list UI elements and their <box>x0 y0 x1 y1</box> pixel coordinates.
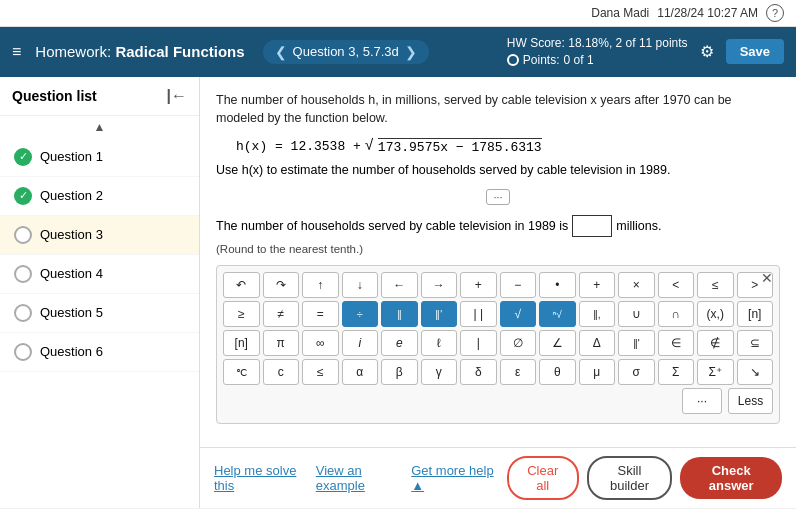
key-left[interactable]: ← <box>381 272 418 298</box>
sidebar-list: ✓ Question 1 ✓ Question 2 Question 3 Que… <box>0 138 199 508</box>
key-neq[interactable]: ≠ <box>263 301 300 327</box>
key-e[interactable]: e <box>381 330 418 356</box>
key-angle[interactable]: ∠ <box>539 330 576 356</box>
sidebar-item-question4[interactable]: Question 4 <box>0 255 199 294</box>
header-title: Homework: Radical Functions <box>35 43 244 60</box>
key-right[interactable]: → <box>421 272 458 298</box>
key-frac[interactable]: ÷ <box>342 301 379 327</box>
key-beta[interactable]: β <box>381 359 418 385</box>
key-elem[interactable]: ∈ <box>658 330 695 356</box>
settings-icon[interactable]: ⚙ <box>700 42 714 61</box>
key-arrow-diag[interactable]: ↘ <box>737 359 774 385</box>
key-sqrt[interactable]: √ <box>500 301 537 327</box>
status-icon-q3 <box>14 226 32 244</box>
key-times[interactable]: × <box>618 272 655 298</box>
key-i[interactable]: i <box>342 330 379 356</box>
key-celsius[interactable]: ℃ <box>223 359 260 385</box>
sidebar-item-label-q1: Question 1 <box>40 149 103 164</box>
math-keyboard: ✕ ↶ ↷ ↑ ↓ ← → + − • + × < ≤ > ≥ ≠ <box>216 265 780 424</box>
scroll-up-button[interactable]: ▲ <box>0 116 199 138</box>
key-infinity[interactable]: ∞ <box>302 330 339 356</box>
expand-button[interactable]: ··· <box>486 189 509 205</box>
status-icon-q5 <box>14 304 32 322</box>
key-eq[interactable]: = <box>302 301 339 327</box>
top-bar: Dana Madi 11/28/24 10:27 AM ? <box>0 0 796 27</box>
key-sigma[interactable]: σ <box>618 359 655 385</box>
key-bracket[interactable]: [n] <box>737 301 774 327</box>
key-down[interactable]: ↓ <box>342 272 379 298</box>
key-bracket2[interactable]: [n] <box>223 330 260 356</box>
formula: h(x) = 12.3538 + √ 173.9575x − 1785.6313 <box>236 138 780 155</box>
formula-prefix: h(x) = 12.3538 + <box>236 139 361 154</box>
keyboard-row-3: [n] π ∞ i e ℓ | ∅ ∠ Δ ‖' ∈ ∉ ⊆ <box>223 330 773 356</box>
bottom-actions: Clear all Skill builder Check answer <box>507 456 782 500</box>
key-paren[interactable]: (x,) <box>697 301 734 327</box>
key-abs[interactable]: | | <box>460 301 497 327</box>
answer-input-box[interactable] <box>572 215 612 237</box>
save-button[interactable]: Save <box>726 39 784 64</box>
key-plus2[interactable]: + <box>579 272 616 298</box>
more-help-link[interactable]: Get more help ▲ <box>411 463 495 493</box>
view-example-link[interactable]: View an example <box>316 463 399 493</box>
key-intersect[interactable]: ∩ <box>658 301 695 327</box>
key-sigma-plus[interactable]: Σ⁺ <box>697 359 734 385</box>
prev-question-button[interactable]: ❮ <box>275 44 287 60</box>
sidebar-item-question1[interactable]: ✓ Question 1 <box>0 138 199 177</box>
clear-all-button[interactable]: Clear all <box>507 456 579 500</box>
menu-icon[interactable]: ≡ <box>12 43 21 61</box>
key-undo[interactable]: ↶ <box>223 272 260 298</box>
main-layout: Question list |← ▲ ✓ Question 1 ✓ Questi… <box>0 77 796 508</box>
sidebar: Question list |← ▲ ✓ Question 1 ✓ Questi… <box>0 77 200 508</box>
key-theta[interactable]: θ <box>539 359 576 385</box>
key-c[interactable]: c <box>263 359 300 385</box>
key-pi[interactable]: π <box>263 330 300 356</box>
sidebar-item-question3[interactable]: Question 3 <box>0 216 199 255</box>
key-nthroot[interactable]: ⁿ√ <box>539 301 576 327</box>
key-subset[interactable]: ⊆ <box>737 330 774 356</box>
key-empty[interactable]: ∅ <box>500 330 537 356</box>
key-leq2[interactable]: ≤ <box>302 359 339 385</box>
key-minus[interactable]: − <box>500 272 537 298</box>
radical-sign: √ <box>365 138 374 155</box>
key-gamma[interactable]: γ <box>421 359 458 385</box>
key-ell[interactable]: ℓ <box>421 330 458 356</box>
key-epsilon[interactable]: ε <box>500 359 537 385</box>
sidebar-item-question5[interactable]: Question 5 <box>0 294 199 333</box>
key-lt[interactable]: < <box>658 272 695 298</box>
sidebar-collapse-button[interactable]: |← <box>167 87 187 105</box>
key-up[interactable]: ↑ <box>302 272 339 298</box>
points-label: Points: <box>523 52 560 69</box>
check-answer-button[interactable]: Check answer <box>680 457 782 499</box>
key-delta[interactable]: Δ <box>579 330 616 356</box>
key-redo[interactable]: ↷ <box>263 272 300 298</box>
keyboard-close-button[interactable]: ✕ <box>761 270 773 286</box>
key-union[interactable]: ∪ <box>618 301 655 327</box>
bottom-bar: Help me solve this View an example Get m… <box>200 447 796 508</box>
key-sigma-cap[interactable]: Σ <box>658 359 695 385</box>
keyboard-row-4: ℃ c ≤ α β γ δ ε θ μ σ Σ Σ⁺ ↘ <box>223 359 773 385</box>
key-geq[interactable]: ≥ <box>223 301 260 327</box>
key-bar[interactable]: | <box>460 330 497 356</box>
help-solve-link[interactable]: Help me solve this <box>214 463 304 493</box>
title-prefix: Homework: <box>35 43 111 60</box>
key-mu[interactable]: μ <box>579 359 616 385</box>
key-norm2[interactable]: ‖' <box>421 301 458 327</box>
help-icon[interactable]: ? <box>766 4 784 22</box>
sidebar-item-question2[interactable]: ✓ Question 2 <box>0 177 199 216</box>
key-plus[interactable]: + <box>460 272 497 298</box>
skill-builder-button[interactable]: Skill builder <box>587 456 673 500</box>
answer-row: The number of households served by cable… <box>216 215 780 237</box>
key-norm[interactable]: ‖ <box>381 301 418 327</box>
key-delta-lower[interactable]: δ <box>460 359 497 385</box>
next-question-button[interactable]: ❯ <box>405 44 417 60</box>
key-less[interactable]: Less <box>728 388 773 414</box>
key-leq[interactable]: ≤ <box>697 272 734 298</box>
answer-suffix: millions. <box>616 219 661 233</box>
key-norm3[interactable]: ‖' <box>618 330 655 356</box>
key-more[interactable]: ··· <box>682 388 722 414</box>
key-notelem[interactable]: ∉ <box>697 330 734 356</box>
key-comma[interactable]: ‖, <box>579 301 616 327</box>
sidebar-item-question6[interactable]: Question 6 <box>0 333 199 372</box>
key-dot[interactable]: • <box>539 272 576 298</box>
key-alpha[interactable]: α <box>342 359 379 385</box>
